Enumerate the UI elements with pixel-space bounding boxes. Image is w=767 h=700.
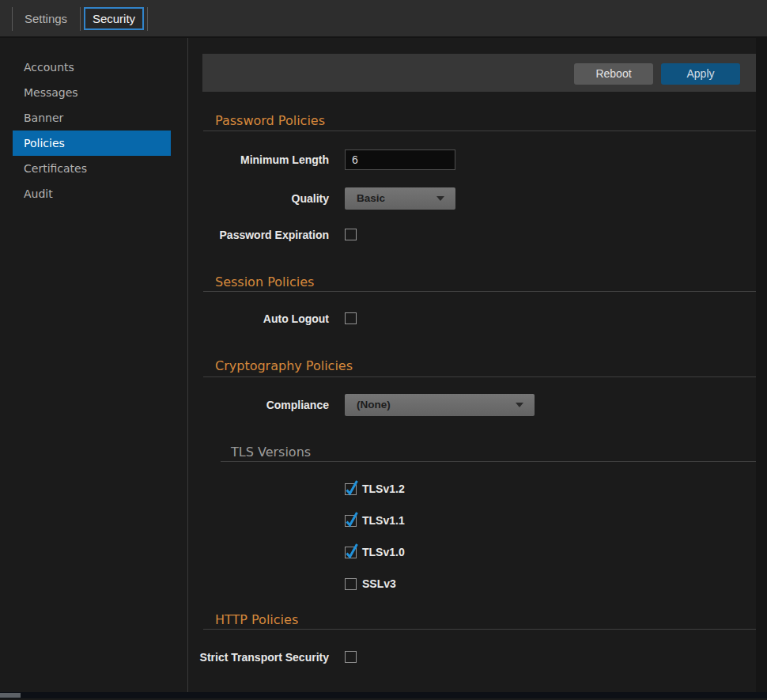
tab-settings[interactable]: Settings	[12, 0, 80, 38]
section-title-cryptography-policies: Cryptography Policies	[215, 358, 353, 373]
section-divider	[203, 131, 756, 131]
compliance-dropdown[interactable]: (None)	[345, 394, 535, 416]
subsection-title-tls-versions: TLS Versions	[231, 445, 311, 460]
compliance-dropdown-value: (None)	[357, 399, 391, 411]
section-title-session-policies: Session Policies	[215, 274, 314, 289]
section-title-password-policies: Password Policies	[215, 113, 325, 128]
check-icon	[345, 483, 357, 495]
compliance-label: Compliance	[187, 394, 329, 416]
tab-divider	[147, 7, 148, 31]
sidebar-item-accounts[interactable]: Accounts	[13, 55, 171, 80]
tab-divider	[80, 7, 81, 31]
apply-button[interactable]: Apply	[661, 63, 740, 85]
section-title-http-policies: HTTP Policies	[215, 612, 298, 627]
chevron-down-icon	[516, 403, 523, 407]
tlsv1-1-label: TLSv1.1	[362, 515, 405, 527]
strict-transport-security-label: Strict Transport Security	[187, 651, 329, 663]
sslv3-label: SSLv3	[362, 578, 396, 590]
sidebar-divider	[187, 38, 188, 692]
section-divider	[203, 629, 756, 630]
check-icon	[345, 515, 357, 527]
tab-security[interactable]: Security	[84, 7, 144, 30]
check-icon	[345, 547, 357, 558]
section-divider	[203, 291, 756, 292]
minimum-length-label: Minimum Length	[187, 149, 329, 170]
sslv3-checkbox[interactable]	[345, 578, 357, 590]
auto-logout-label: Auto Logout	[187, 312, 329, 324]
quality-label: Quality	[187, 187, 329, 210]
horizontal-scrollbar-thumb[interactable]	[0, 693, 21, 698]
password-expiration-label: Password Expiration	[187, 229, 329, 240]
tlsv1-0-label: TLSv1.0	[362, 547, 405, 558]
vertical-scrollbar[interactable]	[756, 38, 767, 692]
sidebar-item-policies[interactable]: Policies	[13, 131, 171, 156]
strict-transport-security-checkbox[interactable]	[345, 651, 357, 663]
tlsv1-2-label: TLSv1.2	[362, 483, 405, 495]
sidebar-item-messages[interactable]: Messages	[13, 80, 171, 105]
minimum-length-input[interactable]	[345, 149, 455, 170]
horizontal-scrollbar[interactable]	[0, 692, 767, 698]
sidebar-item-certificates[interactable]: Certificates	[13, 156, 171, 181]
section-divider	[203, 376, 756, 377]
tlsv1-0-checkbox[interactable]	[345, 547, 357, 558]
auto-logout-checkbox[interactable]	[345, 312, 357, 324]
sidebar-item-audit[interactable]: Audit	[13, 181, 171, 206]
password-expiration-checkbox[interactable]	[345, 229, 357, 240]
tlsv1-2-checkbox[interactable]	[345, 483, 357, 495]
quality-dropdown[interactable]: Basic	[345, 187, 455, 210]
chevron-down-icon	[436, 196, 444, 201]
subsection-divider	[221, 461, 756, 462]
quality-dropdown-value: Basic	[357, 192, 385, 204]
sidebar-item-banner[interactable]: Banner	[13, 105, 171, 131]
reboot-button[interactable]: Reboot	[574, 63, 653, 85]
tlsv1-1-checkbox[interactable]	[345, 515, 357, 527]
top-tab-bar: Settings Security	[0, 0, 767, 38]
